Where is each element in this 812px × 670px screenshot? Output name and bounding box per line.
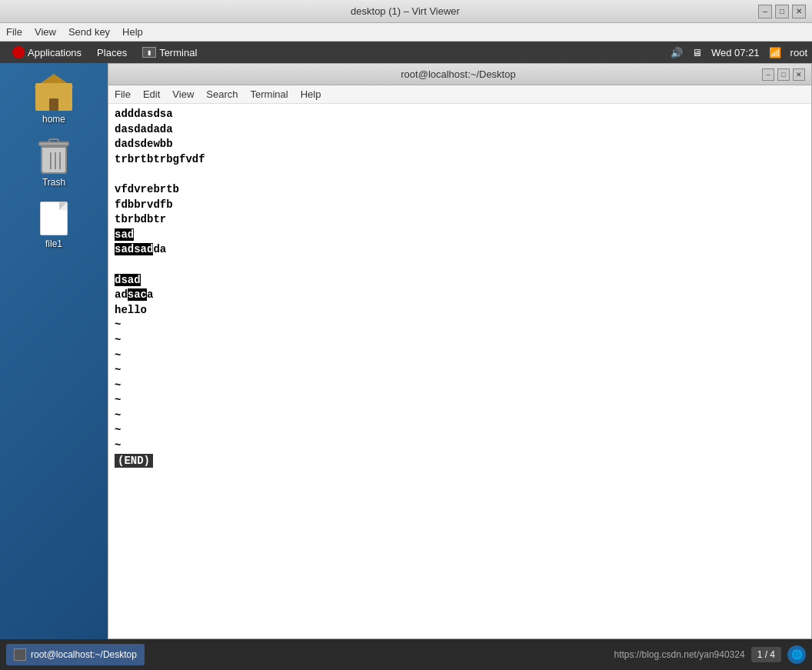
trash-line-2	[55, 152, 56, 169]
desktop-right-area: 🔊 🖥 Wed 07:21 📶 root	[671, 47, 807, 58]
term-line-20: ~	[115, 393, 805, 408]
virt-menu-sendkey[interactable]: Send key	[68, 26, 110, 38]
term-line-1: adddasdsa	[115, 107, 805, 122]
terminal-title-bar: root@localhost:~/Desktop – □ ✕	[108, 64, 811, 85]
terminal-maximize-btn[interactable]: □	[777, 68, 790, 81]
desktop-icons-panel: home Trash	[0, 63, 108, 639]
term-menu-terminal[interactable]: Terminal	[251, 88, 288, 100]
term-highlight-sad: sad	[115, 228, 134, 241]
trash-label: Trash	[42, 177, 65, 188]
term-menu-edit[interactable]: Edit	[143, 88, 160, 100]
user-label: root	[790, 47, 807, 58]
term-line-16: ~	[115, 333, 805, 348]
home-door	[49, 98, 58, 111]
trash-line-3	[59, 152, 61, 169]
applications-label: Applications	[28, 47, 82, 58]
home-icon-item[interactable]: home	[32, 71, 75, 128]
virt-viewer-title-bar: desktop (1) – Virt Viewer – □ ✕	[0, 0, 812, 23]
display-icon[interactable]: 🖥	[692, 47, 702, 58]
clock: Wed 07:21	[711, 47, 760, 58]
page-indicator: 1 / 4	[751, 647, 781, 662]
term-highlight-dsad: dsad	[115, 274, 141, 286]
close-button[interactable]: ✕	[792, 5, 806, 18]
term-line-22: ~	[115, 423, 805, 438]
term-line-5	[115, 167, 805, 182]
term-line-6: vfdvrebrtb	[115, 182, 805, 198]
window-title: desktop (1) – Virt Viewer	[52, 5, 758, 17]
terminal-menu[interactable]: ▮ Terminal	[135, 42, 205, 63]
term-line-10: sadsadda	[115, 242, 805, 258]
virt-menu-file[interactable]: File	[6, 26, 22, 38]
virt-menu-view[interactable]: View	[35, 26, 56, 38]
network-icon[interactable]: 📶	[769, 47, 781, 58]
term-line-13: adsaca	[115, 288, 805, 303]
term-line-19: ~	[115, 378, 805, 394]
term-line-21: ~	[115, 408, 805, 424]
globe-icon[interactable]: 🌐	[787, 645, 806, 664]
home-folder-icon	[35, 74, 72, 111]
term-line-11	[115, 258, 805, 273]
term-menu-file[interactable]: File	[115, 88, 131, 100]
term-line-15: ~	[115, 318, 805, 333]
term-status-line: (END)	[115, 454, 805, 469]
term-line-4: trbrtbtrbgfvdf	[115, 152, 805, 168]
term-menu-help[interactable]: Help	[301, 88, 321, 100]
virt-menu-help[interactable]: Help	[122, 26, 143, 38]
term-menu-view[interactable]: View	[172, 88, 194, 100]
applications-menu[interactable]: Applications	[5, 42, 89, 63]
term-highlight-sadsadda: sadsad	[115, 243, 153, 255]
taskbar-right: https://blog.csdn.net/yan940324 1 / 4 🌐	[614, 645, 807, 664]
trash-line-1	[50, 152, 52, 169]
virt-viewer-menu-bar: File View Send key Help	[0, 23, 812, 42]
trash-body	[41, 146, 67, 174]
maximize-button[interactable]: □	[775, 5, 789, 18]
terminal-content[interactable]: adddasdsa dasdadada dadsdewbb trbrtbtrbg…	[108, 104, 811, 638]
term-line-9: sad	[115, 228, 805, 243]
taskbar-terminal-app[interactable]: root@localhost:~/Desktop	[6, 644, 145, 665]
term-line-3: dadsdewbb	[115, 137, 805, 152]
term-line-2: dasdadada	[115, 122, 805, 138]
taskbar-terminal-icon	[14, 648, 26, 661]
home-body	[35, 83, 72, 111]
term-menu-search[interactable]: Search	[206, 88, 238, 100]
file-body	[40, 202, 68, 235]
taskbar-app-label: root@localhost:~/Desktop	[31, 649, 137, 660]
terminal-label: Terminal	[159, 47, 197, 58]
volume-icon[interactable]: 🔊	[671, 47, 683, 58]
terminal-window: root@localhost:~/Desktop – □ ✕ File Edit…	[108, 63, 812, 639]
terminal-close-btn[interactable]: ✕	[793, 68, 805, 81]
term-line-7: fdbbrvdfb	[115, 198, 805, 213]
minimize-button[interactable]: –	[758, 5, 772, 18]
applications-icon	[12, 46, 25, 58]
trash-lines	[50, 152, 61, 169]
desktop-area: home Trash	[0, 63, 812, 639]
file1-icon-item[interactable]: file1	[37, 198, 71, 252]
places-label: Places	[97, 47, 127, 58]
trash-icon-item[interactable]: Trash	[35, 135, 72, 191]
terminal-title-controls: – □ ✕	[762, 68, 805, 81]
terminal-icon: ▮	[142, 47, 156, 58]
places-menu[interactable]: Places	[89, 42, 135, 63]
file1-label: file1	[45, 238, 62, 249]
taskbar-url: https://blog.csdn.net/yan940324	[614, 649, 745, 660]
term-end-status: (END)	[115, 454, 153, 468]
desktop-top-bar: Applications Places ▮ Terminal 🔊 🖥 Wed 0…	[0, 42, 812, 63]
title-bar-controls: – □ ✕	[758, 5, 806, 18]
term-line-23: ~	[115, 438, 805, 454]
home-label: home	[42, 114, 65, 125]
terminal-minimize-btn[interactable]: –	[762, 68, 774, 81]
term-line-8: tbrbdbtr	[115, 212, 805, 228]
terminal-title: root@localhost:~/Desktop	[155, 68, 762, 80]
taskbar-left: root@localhost:~/Desktop	[6, 644, 145, 665]
term-line-12: dsad	[115, 273, 805, 288]
file-corner	[59, 202, 67, 210]
terminal-menu-bar: File Edit View Search Terminal Help	[108, 85, 811, 104]
file-document-icon	[40, 202, 68, 235]
taskbar: root@localhost:~/Desktop https://blog.cs…	[0, 639, 812, 670]
trash-bin-icon	[38, 138, 69, 174]
term-line-18: ~	[115, 363, 805, 378]
term-highlight-adsaca: sac	[128, 288, 147, 301]
term-line-14: hello	[115, 303, 805, 318]
term-line-17: ~	[115, 348, 805, 364]
